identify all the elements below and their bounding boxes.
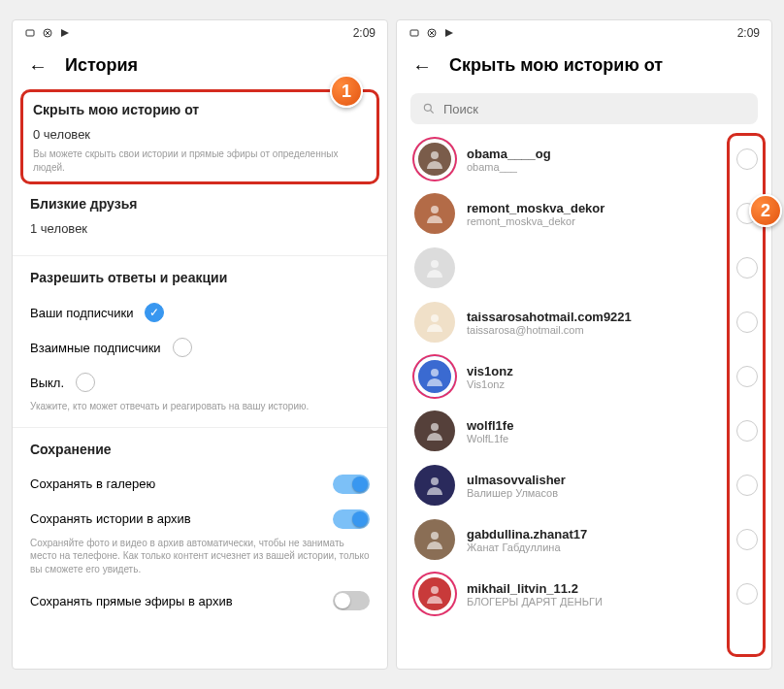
avatar bbox=[414, 356, 455, 397]
replies-section: Разрешить ответы и реакции Ваши подписчи… bbox=[13, 258, 387, 425]
user-row[interactable]: mikhail_litvin_11.2 БЛОГЕРЫ ДАРЯТ ДЕНЬГИ bbox=[414, 567, 758, 621]
radio-off[interactable]: Выкл. bbox=[30, 365, 370, 400]
user-text: mikhail_litvin_11.2 БЛОГЕРЫ ДАРЯТ ДЕНЬГИ bbox=[467, 581, 725, 607]
user-row[interactable]: remont_moskva_dekor remont_moskva_dekor bbox=[414, 186, 758, 241]
user-subname: БЛОГЕРЫ ДАРЯТ ДЕНЬГИ bbox=[467, 596, 725, 607]
radio-empty-icon[interactable] bbox=[76, 373, 95, 392]
toggle-live-archive-row: Сохранять прямые эфиры в архив bbox=[30, 583, 370, 618]
toggle-archive-row: Сохранять истории в архив bbox=[30, 502, 370, 537]
svg-point-5 bbox=[431, 151, 439, 159]
avatar bbox=[414, 410, 455, 451]
svg-point-11 bbox=[431, 477, 439, 485]
svg-point-4 bbox=[424, 104, 431, 111]
svg-rect-0 bbox=[26, 30, 34, 36]
toggle-archive[interactable] bbox=[333, 509, 370, 529]
radio-checked-icon[interactable] bbox=[145, 303, 164, 322]
avatar bbox=[414, 139, 455, 180]
avatar bbox=[414, 465, 455, 506]
svg-point-12 bbox=[431, 532, 439, 540]
back-arrow-icon[interactable]: ← bbox=[412, 56, 432, 76]
highlight-hide-story: Скрыть мою историю от 0 человек Вы может… bbox=[20, 89, 379, 184]
page-title: Скрыть мою историю от bbox=[449, 55, 663, 76]
close-friends-title: Близкие друзья bbox=[30, 196, 370, 212]
divider bbox=[13, 427, 387, 428]
svg-point-6 bbox=[431, 206, 439, 213]
user-subname: taissarosa@hotmail.com bbox=[467, 324, 725, 336]
divider bbox=[13, 255, 387, 256]
callout-2: 2 bbox=[749, 194, 782, 227]
saving-section: Сохранение Сохранять в галерею Сохранять… bbox=[13, 430, 387, 631]
search-input[interactable] bbox=[443, 102, 746, 116]
settings-screen: 2:09 ← История Скрыть мою историю от 0 ч… bbox=[12, 19, 388, 670]
user-text: gabdullina.zhanat17 Жанат Габдуллина bbox=[467, 527, 725, 553]
user-text: taissarosahotmail.com9221 taissarosa@hot… bbox=[467, 310, 725, 336]
user-row[interactable]: gabdullina.zhanat17 Жанат Габдуллина bbox=[414, 512, 758, 567]
user-text: ulmasovvalisher Валишер Улмасов bbox=[467, 473, 725, 499]
user-row[interactable]: vis1onz Vis1onz bbox=[414, 349, 758, 404]
hide-story-hint: Вы можете скрыть свои истории и прямые э… bbox=[33, 148, 367, 174]
user-name: vis1onz bbox=[467, 364, 725, 378]
avatar bbox=[414, 193, 455, 234]
toggle-gallery[interactable] bbox=[333, 475, 370, 494]
close-friends-value: 1 человек bbox=[30, 221, 370, 236]
status-time: 2:09 bbox=[353, 26, 376, 40]
notif-icon-2 bbox=[426, 27, 438, 39]
user-name: ulmasovvalisher bbox=[467, 473, 725, 487]
saving-hint: Сохраняйте фото и видео в архив автомати… bbox=[30, 537, 370, 576]
toggle-gallery-label: Сохранять в галерею bbox=[30, 476, 155, 491]
user-row[interactable]: wolfl1fe WolfL1fe bbox=[414, 404, 758, 458]
user-name: remont_moskva_dekor bbox=[467, 201, 725, 215]
notif-icon-3 bbox=[59, 27, 71, 39]
svg-point-13 bbox=[431, 586, 439, 594]
avatar bbox=[414, 574, 455, 614]
toggle-live-archive[interactable] bbox=[333, 591, 370, 610]
user-list[interactable]: obama____og obama___ remont_moskva_dekor… bbox=[397, 132, 771, 669]
radio-mutual-label: Взаимные подписчики bbox=[30, 341, 161, 355]
radio-followers-label: Ваши подписчики bbox=[30, 306, 133, 320]
close-friends-section[interactable]: Близкие друзья 1 человек bbox=[13, 184, 387, 253]
toggle-archive-label: Сохранять истории в архив bbox=[30, 511, 191, 526]
radio-followers[interactable]: Ваши подписчики bbox=[30, 295, 370, 330]
user-row[interactable] bbox=[414, 241, 758, 295]
replies-title: Разрешить ответы и реакции bbox=[30, 270, 370, 285]
replies-hint: Укажите, кто может отвечать и реагироват… bbox=[30, 400, 370, 413]
user-name: gabdullina.zhanat17 bbox=[467, 527, 725, 541]
status-bar: 2:09 bbox=[13, 20, 387, 46]
search-bar[interactable] bbox=[410, 93, 758, 124]
callout-1: 1 bbox=[330, 75, 363, 108]
svg-point-8 bbox=[431, 314, 439, 322]
saving-title: Сохранение bbox=[30, 442, 370, 457]
user-name: mikhail_litvin_11.2 bbox=[467, 581, 725, 596]
svg-rect-2 bbox=[410, 30, 418, 36]
user-name: wolfl1fe bbox=[467, 418, 725, 433]
user-text: obama____og obama___ bbox=[467, 147, 725, 173]
notif-icon-3 bbox=[443, 27, 455, 39]
user-name: obama____og bbox=[467, 147, 725, 161]
hide-story-title[interactable]: Скрыть мою историю от bbox=[33, 102, 367, 117]
user-subname: obama___ bbox=[467, 161, 725, 173]
notif-icon-1 bbox=[408, 27, 420, 39]
radio-empty-icon[interactable] bbox=[173, 338, 192, 357]
avatar bbox=[414, 247, 455, 288]
user-subname: Vis1onz bbox=[467, 378, 725, 390]
svg-point-7 bbox=[431, 260, 439, 268]
user-row[interactable]: taissarosahotmail.com9221 taissarosa@hot… bbox=[414, 295, 758, 349]
radio-off-label: Выкл. bbox=[30, 376, 64, 390]
user-row[interactable]: ulmasovvalisher Валишер Улмасов bbox=[414, 458, 758, 512]
status-bar: 2:09 bbox=[397, 20, 771, 46]
notif-icon-1 bbox=[24, 27, 36, 39]
user-row[interactable]: obama____og obama___ bbox=[414, 132, 758, 186]
search-icon bbox=[422, 102, 436, 115]
avatar bbox=[414, 519, 455, 560]
user-name: taissarosahotmail.com9221 bbox=[467, 310, 725, 324]
back-arrow-icon[interactable]: ← bbox=[28, 56, 48, 76]
page-title: История bbox=[65, 55, 138, 76]
user-subname: Валишер Улмасов bbox=[467, 487, 725, 499]
user-subname: WolfL1fe bbox=[467, 433, 725, 444]
radio-mutual[interactable]: Взаимные подписчики bbox=[30, 330, 370, 365]
hide-story-value: 0 человек bbox=[33, 127, 367, 142]
notif-icon-2 bbox=[42, 27, 53, 39]
user-subname: Жанат Габдуллина bbox=[467, 541, 725, 553]
user-text: wolfl1fe WolfL1fe bbox=[467, 418, 725, 444]
svg-point-10 bbox=[431, 423, 439, 431]
